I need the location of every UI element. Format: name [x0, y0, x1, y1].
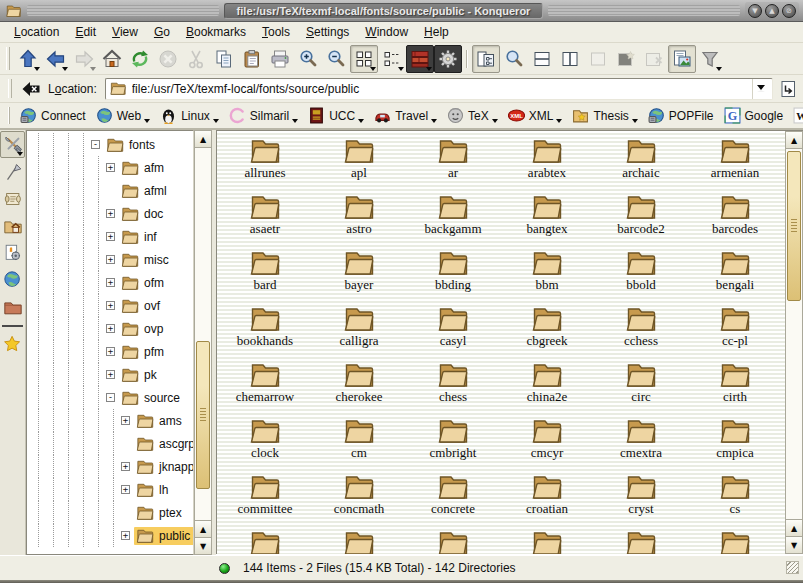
titlebar[interactable]: file:/usr/TeX/texmf-local/fonts/source/p…	[0, 0, 803, 22]
paste-button[interactable]	[238, 45, 266, 73]
tree-item[interactable]: lh	[134, 481, 172, 499]
folder-item-cs[interactable]: cs	[688, 473, 782, 529]
folder-item-calligra[interactable]: calligra	[312, 305, 406, 361]
bookmark-xml[interactable]: XMLXML	[503, 105, 568, 126]
tree-row-source[interactable]: -source	[27, 386, 193, 409]
folder-item-concrete[interactable]: concrete	[406, 473, 500, 529]
tree-expander-plus-icon[interactable]: +	[106, 301, 115, 310]
folder-item-backgamm[interactable]: backgamm	[406, 193, 500, 249]
clear-location-button[interactable]	[20, 78, 42, 100]
zoom-in-button[interactable]	[294, 45, 322, 73]
tree-expander-plus-icon[interactable]: +	[106, 209, 115, 218]
folder-item-bbm[interactable]: bbm	[500, 249, 594, 305]
menu-go[interactable]: Go	[146, 23, 178, 41]
tree-item[interactable]: ascgrp	[134, 435, 194, 453]
folder-item-cbgreek[interactable]: cbgreek	[500, 305, 594, 361]
cut-button[interactable]	[182, 45, 210, 73]
bookmark-connect[interactable]: Connect	[15, 105, 91, 126]
main-scrollbar-thumb[interactable]	[787, 151, 801, 301]
minimize-button[interactable]: ▼	[748, 4, 762, 18]
tree-item[interactable]: fonts	[104, 136, 159, 154]
scroll-up-button[interactable]: ▲	[195, 131, 211, 148]
folder-item-cmextra[interactable]: cmextra	[594, 417, 688, 473]
go-button[interactable]	[777, 78, 799, 100]
tree-item[interactable]: ovp	[119, 320, 167, 338]
find-file-button[interactable]	[500, 45, 528, 73]
scroll-up-button[interactable]: ▲	[195, 520, 211, 537]
filter-button[interactable]	[696, 45, 724, 73]
folder-item-cirth[interactable]: cirth	[688, 361, 782, 417]
folder-item-astro[interactable]: astro	[312, 193, 406, 249]
sidebar-tab-home-folder[interactable]	[0, 212, 25, 239]
tree-expander-plus-icon[interactable]: +	[121, 416, 130, 425]
folder-item-armenian[interactable]: armenian	[688, 137, 782, 193]
tree-row-ptex[interactable]: ptex	[27, 501, 193, 524]
folder-item-cmpica[interactable]: cmpica	[688, 417, 782, 473]
forward-arrow-button[interactable]	[70, 45, 98, 73]
bookmark-toolbar-drag-handle[interactable]	[8, 107, 10, 124]
preview-button[interactable]	[668, 45, 696, 73]
stop-button[interactable]	[154, 45, 182, 73]
bookmark-wikipedia[interactable]: WWikipedia	[788, 105, 803, 126]
tree-row-ofm[interactable]: +ofm	[27, 271, 193, 294]
folder-item-bangtex[interactable]: bangtex	[500, 193, 594, 249]
folder-item-bbold[interactable]: bbold	[594, 249, 688, 305]
tree-row-misc[interactable]: +misc	[27, 248, 193, 271]
close-button[interactable]: ⊘	[782, 4, 796, 18]
tree-row-ascgrp[interactable]: ascgrp	[27, 432, 193, 455]
tree-row-pk[interactable]: +pk	[27, 363, 193, 386]
folder-item-partial[interactable]	[594, 529, 688, 554]
folder-item-clock[interactable]: clock	[218, 417, 312, 473]
folder-item-barcodes[interactable]: barcodes	[688, 193, 782, 249]
sidebar-tab-star[interactable]	[0, 331, 25, 358]
sidebar-panel-button[interactable]	[472, 45, 500, 73]
tree-expander-plus-icon[interactable]: +	[106, 278, 115, 287]
tree-expander-plus-icon[interactable]: +	[106, 255, 115, 264]
tree-item[interactable]: pk	[119, 366, 161, 384]
scroll-up-button[interactable]: ▲	[786, 132, 802, 149]
scroll-down-button[interactable]: ▼	[195, 537, 211, 554]
tree-expander-plus-icon[interactable]: +	[106, 163, 115, 172]
scroll-down-button[interactable]: ▼	[786, 536, 802, 553]
folder-item-bookhands[interactable]: bookhands	[218, 305, 312, 361]
location-value[interactable]: file:/usr/TeX/texmf-local/fonts/source/p…	[132, 82, 747, 96]
bookmark-thesis[interactable]: Thesis	[567, 105, 642, 126]
menu-help[interactable]: Help	[416, 23, 457, 41]
folder-item-cc-pl[interactable]: cc-pl	[688, 305, 782, 361]
bookshelf-button[interactable]	[406, 45, 434, 73]
tree-row-pfm[interactable]: +pfm	[27, 340, 193, 363]
location-toolbar-drag-handle[interactable]	[8, 79, 12, 98]
menu-edit[interactable]: Edit	[67, 23, 104, 41]
folder-item-partial[interactable]	[500, 529, 594, 554]
home-button[interactable]	[98, 45, 126, 73]
folder-item-ar[interactable]: ar	[406, 137, 500, 193]
folder-item-committee[interactable]: committee	[218, 473, 312, 529]
folder-item-archaic[interactable]: archaic	[594, 137, 688, 193]
tree-row-fonts[interactable]: -fonts	[27, 133, 193, 156]
sidebar-tab-network[interactable]	[0, 266, 25, 293]
print-button[interactable]	[266, 45, 294, 73]
tree-row-inf[interactable]: +inf	[27, 225, 193, 248]
folder-item-cherokee[interactable]: cherokee	[312, 361, 406, 417]
tree-expander-plus-icon[interactable]: +	[121, 531, 130, 540]
folder-item-bbding[interactable]: bbding	[406, 249, 500, 305]
bookmark-web[interactable]: Web	[91, 105, 155, 126]
tree-item[interactable]: public	[134, 527, 194, 545]
tree-row-public[interactable]: +public	[27, 524, 193, 547]
folder-item-cryst[interactable]: cryst	[594, 473, 688, 529]
folder-item-partial[interactable]	[312, 529, 406, 554]
folder-item-partial[interactable]	[218, 529, 312, 554]
menu-settings[interactable]: Settings	[298, 23, 357, 41]
tree-row-ovp[interactable]: +ovp	[27, 317, 193, 340]
tree-row-lh[interactable]: +lh	[27, 478, 193, 501]
tree-row-ovf[interactable]: +ovf	[27, 294, 193, 317]
zoom-out-button[interactable]	[322, 45, 350, 73]
resize-grip[interactable]	[786, 561, 799, 574]
tree-item[interactable]: ovf	[119, 297, 164, 315]
split-horizontal-button[interactable]	[528, 45, 556, 73]
location-dropdown-button[interactable]	[752, 79, 769, 99]
folder-item-barcode2[interactable]: barcode2	[594, 193, 688, 249]
icon-view[interactable]: allrunesaplararabtexarchaicarmenianasaet…	[216, 131, 785, 554]
tree-row-doc[interactable]: +doc	[27, 202, 193, 225]
folder-item-china2e[interactable]: china2e	[500, 361, 594, 417]
